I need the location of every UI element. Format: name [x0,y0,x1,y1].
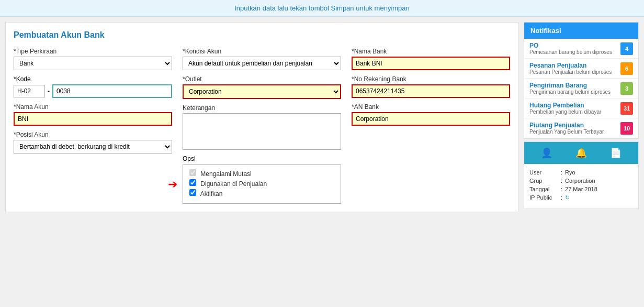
user-info: User : Ryo Grup : Corporation Tanggal : … [524,164,638,209]
kondisi-akun-label: *Kondisi Akun [183,48,341,55]
grup-colon: : [561,178,562,184]
posisi-akun-select[interactable]: Bertambah di debet, berkurang di kredit [14,140,172,154]
an-bank-label: *AN Bank [352,103,510,111]
user-colon: : [561,169,562,176]
notif-po-sub: Pemesanan barang belum diproses [529,49,618,55]
notif-item-pesanan: Pesanan Penjualan Pesanan Penjualan belu… [524,59,638,79]
notif-pesanan-badge: 6 [620,62,633,75]
user-bell-icon[interactable]: 🔔 [575,147,587,159]
kondisi-akun-group: *Kondisi Akun Akun default untuk pembeli… [183,48,341,70]
ip-label: IP Public [529,194,558,201]
keterangan-group: Keterangan [183,104,341,150]
notif-po-title[interactable]: PO [529,42,618,49]
notif-hutang-sub: Pembelian yang belum dibayar [529,109,618,115]
notif-hutang-title[interactable]: Hutang Pembelian [529,102,618,109]
notif-piutang-badge: 10 [620,122,633,135]
notif-item-pengiriman: Pengiriman Barang Pengiriman barang belu… [524,79,638,98]
opsi-mutasi-checkbox[interactable] [189,169,196,176]
nama-bank-label: *Nama Bank [352,48,510,55]
form-section: Pembuatan Akun Bank *Tipe Perkiraan Bank… [5,22,518,212]
top-bar-message: Inputkan data lalu tekan tombol Simpan u… [234,4,410,12]
kode-dash: - [48,87,50,95]
nama-bank-group: *Nama Bank [352,48,510,70]
notif-pengiriman-sub: Pengiriman barang belum diproses [529,89,618,95]
user-panel-icons: 👤 🔔 📄 [524,142,638,164]
kode-suffix-input[interactable] [52,84,172,98]
opsi-label: Opsi [183,155,341,162]
notif-hutang-badge: 31 [620,102,633,115]
nama-bank-input[interactable] [352,57,510,70]
notif-pesanan-title[interactable]: Pesanan Penjualan [529,62,618,69]
notif-item-piutang: Piutang Penjualan Penjualan Yang Belum T… [524,118,638,138]
no-rekening-label: *No Rekening Bank [352,75,510,83]
outlet-label: *Outlet [183,75,341,83]
notif-item-hutang: Hutang Pembelian Pembelian yang belum di… [524,98,638,118]
kondisi-akun-select[interactable]: Akun default untuk pembelian dan penjual… [183,57,341,70]
outlet-group: *Outlet Corporation [183,75,341,99]
notif-piutang-sub: Penjualan Yang Belum Terbayar [529,129,618,135]
user-row: User : Ryo [529,169,633,176]
an-bank-input[interactable] [352,112,510,126]
tanggal-value: 27 Mar 2018 [565,186,597,192]
kode-prefix-input[interactable] [14,85,45,97]
top-bar: Inputkan data lalu tekan tombol Simpan u… [0,0,644,17]
notifikasi-header: Notifikasi [524,23,638,39]
tanggal-row: Tanggal : 27 Mar 2018 [529,186,633,192]
tanggal-colon: : [561,186,562,192]
keterangan-textarea[interactable] [183,113,341,150]
grup-value: Corporation [565,178,595,184]
red-arrow-icon: ➔ [168,178,177,191]
notif-pesanan-sub: Pesanan Penjualan belum diproses [529,69,618,75]
opsi-penjualan-label[interactable]: Digunakan di Penjualan [189,179,334,188]
tipe-perkiraan-group: *Tipe Perkiraan Bank Kas Lainnya [14,48,172,70]
ip-row: IP Public : ↻ [529,194,633,201]
opsi-aktifkan-label[interactable]: Aktifkan [189,189,334,198]
opsi-aktifkan-checkbox[interactable] [189,189,196,196]
nama-akun-input[interactable] [14,112,172,126]
notif-piutang-title[interactable]: Piutang Penjualan [529,122,618,129]
form-title: Pembuatan Akun Bank [14,30,510,40]
opsi-box: Mengalami Mutasi Digunakan di Penjualan … [183,165,341,204]
nama-akun-label: *Nama Akun [14,103,172,111]
notif-pengiriman-title[interactable]: Pengiriman Barang [529,82,618,89]
tipe-perkiraan-select[interactable]: Bank Kas Lainnya [14,57,172,70]
tanggal-label: Tanggal [529,186,558,192]
opsi-mutasi-label[interactable]: Mengalami Mutasi [189,169,334,178]
opsi-container: Opsi ➔ Mengalami Mutasi Digunakan di Pen… [183,155,341,204]
grup-label: Grup [529,178,558,184]
an-bank-group: *AN Bank [352,103,510,126]
notif-po-badge: 4 [620,42,633,55]
user-doc-icon[interactable]: 📄 [610,147,622,159]
user-panel: 👤 🔔 📄 User : Ryo Grup : Corporation Tang… [524,141,639,209]
opsi-penjualan-checkbox[interactable] [189,179,196,186]
no-rekening-group: *No Rekening Bank [352,75,510,98]
tipe-perkiraan-label: *Tipe Perkiraan [14,48,172,55]
user-label: User [529,169,558,176]
notif-item-po: PO Pemesanan barang belum diproses 4 [524,39,638,59]
sidebar: Notifikasi PO Pemesanan barang belum dip… [524,22,639,212]
ip-colon: : [561,194,562,201]
user-person-icon[interactable]: 👤 [541,147,552,159]
posisi-akun-group: *Posisi Akun Bertambah di debet, berkura… [14,131,172,154]
nama-akun-group: *Nama Akun [14,103,172,126]
keterangan-label: Keterangan [183,104,341,112]
kode-group: *Kode - [14,75,172,98]
refresh-icon[interactable]: ↻ [565,194,570,201]
notif-pengiriman-badge: 3 [620,82,633,95]
outlet-select[interactable]: Corporation [183,84,341,99]
no-rekening-input[interactable] [352,84,510,98]
user-value: Ryo [565,169,575,176]
grup-row: Grup : Corporation [529,178,633,184]
kode-label: *Kode [14,75,172,83]
posisi-akun-label: *Posisi Akun [14,131,172,138]
notifikasi-panel: Notifikasi PO Pemesanan barang belum dip… [524,22,639,139]
